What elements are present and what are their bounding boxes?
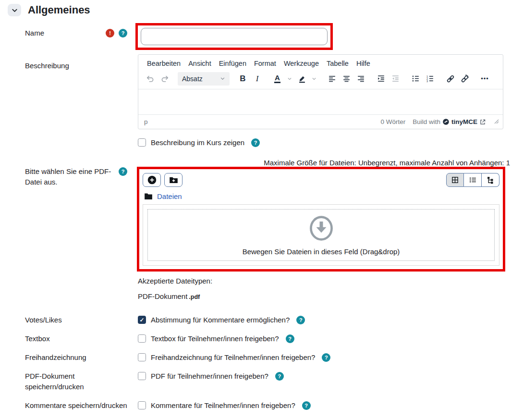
help-icon[interactable]: ? [119, 167, 127, 176]
editor-statusbar: p 0 Wörter Build with tinyMCE [138, 114, 503, 129]
max-size-note: Maximale Größe für Dateien: Unbegrenzt, … [138, 159, 511, 167]
checkbox-label: Abstimmung für Kommentare ermöglichen? [151, 315, 290, 325]
comments-save-checkbox[interactable] [138, 401, 146, 409]
help-icon[interactable]: ? [302, 401, 311, 410]
brand-name: tinyMCE [451, 118, 477, 125]
align-right-icon[interactable] [354, 72, 368, 86]
menu-ansicht[interactable]: Ansicht [184, 58, 215, 69]
bold-icon[interactable]: B [236, 72, 250, 86]
comments-save-print-row: Kommentare speichern/drucken Kommentare … [0, 400, 511, 411]
outdent-icon[interactable] [389, 72, 402, 86]
paragraph-format-select[interactable]: Absatz [178, 72, 230, 86]
field-label: Freihandzeichnung [25, 352, 127, 363]
name-input[interactable] [141, 28, 328, 45]
votes-likes-row: Votes/Likes Abstimmung für Kommentare er… [0, 315, 511, 325]
tree-view-icon [487, 176, 495, 184]
textbox-checkbox[interactable] [138, 334, 146, 343]
editor-menubar: Bearbeiten Ansicht Einfügen Format Werkz… [138, 55, 503, 70]
required-icon: ! [106, 29, 114, 37]
word-count: 0 Wörter [380, 118, 405, 125]
rich-text-editor: Bearbeiten Ansicht Einfügen Format Werkz… [138, 54, 503, 129]
grid-view-button[interactable] [446, 173, 464, 187]
accepted-title: Akzeptierte Dateitypen: [138, 277, 511, 285]
help-icon[interactable]: ? [119, 29, 127, 37]
pdf-file-row: Bitte wählen Sie eine PDF-Datei aus. ? M… [0, 159, 511, 300]
italic-icon[interactable]: I [250, 72, 264, 86]
chevron-down-icon [220, 76, 225, 81]
highlight-color-icon[interactable] [295, 72, 309, 86]
align-left-icon[interactable] [325, 72, 339, 86]
pdf-file-label: Bitte wählen Sie eine PDF-Datei aus. [25, 166, 115, 187]
help-icon[interactable]: ? [251, 138, 260, 147]
votes-likes-checkbox[interactable] [138, 316, 146, 324]
build-with-text: Build with [413, 118, 440, 125]
accepted-filetypes: Akzeptierte Dateitypen: PDF-Dokument.pdf [138, 277, 511, 300]
list-view-button[interactable] [464, 173, 482, 187]
editor-content-area[interactable] [138, 89, 503, 114]
freehand-row: Freihandzeichnung Freihandzeichnung für … [0, 352, 511, 363]
annotation-highlight-filemanager: Dateien Bewegen Sie Dateien in dieses Fe… [137, 167, 505, 272]
align-center-icon[interactable] [340, 72, 353, 86]
freehand-checkbox[interactable] [138, 353, 146, 361]
checkbox-label: Kommentare für Teilnehmer/innen freigebe… [151, 400, 295, 411]
help-icon[interactable]: ? [296, 316, 305, 324]
tree-view-button[interactable] [482, 173, 499, 187]
collapse-section-button[interactable] [8, 4, 21, 16]
more-options-icon[interactable]: ••• [478, 72, 492, 86]
name-row: Name ! ? [0, 23, 511, 50]
menu-bearbeiten[interactable]: Bearbeiten [143, 58, 184, 69]
section-title: Allgemeines [28, 4, 90, 16]
dropzone-text: Bewegen Sie Dateien in dieses Feld (Drag… [243, 247, 400, 256]
file-dropzone[interactable]: Bewegen Sie Dateien in dieses Feld (Drag… [147, 209, 495, 261]
folder-icon [144, 193, 153, 200]
indent-icon[interactable] [374, 72, 388, 86]
filemanager-breadcrumb: Dateien [143, 189, 499, 204]
accepted-type: PDF-Dokument [138, 292, 187, 300]
name-label: Name [25, 28, 102, 38]
chevron-down-icon[interactable] [285, 72, 294, 86]
menu-tabelle[interactable]: Tabelle [323, 58, 353, 69]
resize-grip[interactable] [494, 119, 499, 124]
grid-view-icon [451, 176, 459, 184]
menu-format[interactable]: Format [250, 58, 280, 69]
element-path: p [144, 118, 148, 125]
view-toggle-group [446, 173, 499, 187]
menu-hilfe[interactable]: Hilfe [353, 58, 374, 69]
annotation-highlight-name [135, 23, 333, 50]
numbered-list-icon[interactable]: 123 [423, 72, 437, 86]
unlink-icon[interactable] [458, 72, 472, 86]
undo-icon[interactable] [143, 72, 157, 86]
chevron-down-icon[interactable] [309, 72, 319, 86]
text-color-icon[interactable]: A [270, 72, 284, 86]
bullet-list-icon[interactable] [409, 72, 423, 86]
create-folder-button[interactable] [164, 173, 182, 187]
pdf-save-checkbox[interactable] [138, 372, 146, 380]
accepted-extension: .pdf [189, 294, 200, 300]
help-icon[interactable]: ? [286, 334, 294, 343]
help-icon[interactable]: ? [322, 353, 330, 362]
field-label: Kommentare speichern/drucken [25, 400, 127, 411]
editor-brand[interactable]: Build with tinyMCE [413, 118, 486, 125]
show-description-checkbox[interactable] [138, 138, 146, 147]
menu-werkzeuge[interactable]: Werkzeuge [280, 58, 323, 69]
show-description-row: Beschreibung im Kurs zeigen ? [138, 137, 511, 148]
link-icon[interactable] [443, 72, 457, 86]
redo-icon[interactable] [158, 72, 171, 86]
textbox-row: Textbox Textbox für Teilnehmer/innen fre… [0, 334, 511, 344]
format-select-value: Absatz [182, 75, 203, 83]
filemanager-toolbar [143, 172, 499, 189]
option-rows: Votes/Likes Abstimmung für Kommentare er… [0, 315, 511, 420]
chevron-down-icon [11, 7, 18, 14]
editor-toolbar: Absatz B I A [138, 70, 503, 89]
checkbox-label: Textbox für Teilnehmer/innen freigeben? [151, 334, 279, 344]
menu-einfuegen[interactable]: Einfügen [215, 58, 250, 69]
breadcrumb-files-link[interactable]: Dateien [157, 192, 182, 200]
pdf-save-print-row: PDF-Dokument speichern/drucken PDF für T… [0, 371, 511, 392]
tinymce-logo-icon [442, 118, 450, 125]
description-row: Beschreibung Bearbeiten Ansicht Einfügen… [0, 54, 511, 148]
show-description-label: Beschreibung im Kurs zeigen [151, 137, 244, 148]
add-file-button[interactable] [143, 173, 161, 187]
filemanager-content: Bewegen Sie Dateien in dieses Feld (Drag… [143, 204, 499, 266]
help-icon[interactable]: ? [275, 372, 284, 381]
section-header: Allgemeines [0, 4, 511, 16]
